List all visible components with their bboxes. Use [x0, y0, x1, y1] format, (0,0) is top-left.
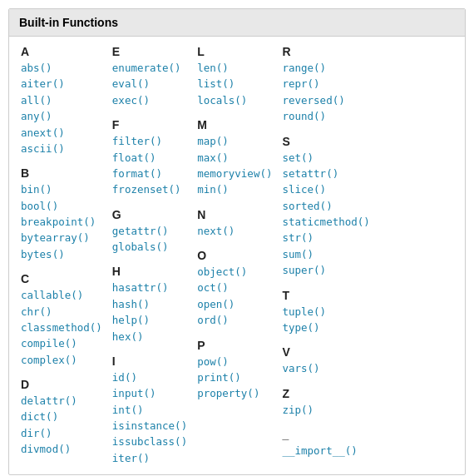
- function-link-compile[interactable]: compile(): [21, 335, 102, 351]
- function-link-globals[interactable]: globals(): [112, 239, 187, 255]
- letter-heading-F: F: [112, 118, 187, 131]
- function-link-bytearray[interactable]: bytearray(): [21, 230, 102, 245]
- function-link-iter[interactable]: iter(): [112, 450, 187, 466]
- function-link-ascii[interactable]: ascii(): [21, 141, 102, 156]
- letter-heading-P: P: [197, 339, 272, 352]
- function-link-hash[interactable]: hash(): [112, 296, 187, 312]
- function-link-super[interactable]: super(): [282, 262, 369, 278]
- letter-heading-Z: Z: [282, 387, 369, 400]
- function-link-ord[interactable]: ord(): [197, 312, 272, 328]
- function-link-bytes[interactable]: bytes(): [21, 246, 102, 262]
- built-in-functions-panel: Built-in Functions Aabs()aiter()all()any…: [8, 8, 466, 475]
- function-link-print[interactable]: print(): [197, 369, 272, 385]
- function-link-type[interactable]: type(): [282, 320, 369, 335]
- function-link-list[interactable]: list(): [197, 76, 272, 92]
- letter-heading-V: V: [282, 345, 369, 359]
- function-link-eval[interactable]: eval(): [112, 76, 187, 92]
- letter-heading-H: H: [112, 265, 187, 278]
- column-3: Llen()list()locals()Mmap()max()memoryvie…: [192, 45, 277, 466]
- function-link-reversed[interactable]: reversed(): [282, 92, 369, 108]
- function-link-zip[interactable]: zip(): [282, 402, 369, 418]
- letter-heading-R: R: [282, 45, 369, 58]
- function-link-all[interactable]: all(): [21, 92, 102, 108]
- function-link-round[interactable]: round(): [282, 108, 369, 124]
- functions-grid: Aabs()aiter()all()any()anext()ascii()Bbi…: [9, 37, 465, 474]
- function-link-hasattr[interactable]: hasattr(): [112, 280, 187, 295]
- letter-heading-C: C: [21, 272, 102, 285]
- function-link-property[interactable]: property(): [197, 385, 272, 401]
- letter-heading-I: I: [112, 355, 187, 368]
- letter-heading-L: L: [197, 45, 272, 58]
- function-link-sum[interactable]: sum(): [282, 246, 369, 262]
- function-link-__import__[interactable]: __import__(): [282, 443, 369, 459]
- function-link-bool[interactable]: bool(): [21, 198, 102, 214]
- function-link-min[interactable]: min(): [197, 181, 272, 197]
- function-link-anext[interactable]: anext(): [21, 125, 102, 141]
- letter-heading-N: N: [197, 208, 272, 221]
- function-link-classmethod[interactable]: classmethod(): [21, 320, 102, 335]
- function-link-divmod[interactable]: divmod(): [21, 441, 102, 457]
- function-link-breakpoint[interactable]: breakpoint(): [21, 214, 102, 230]
- function-link-abs[interactable]: abs(): [21, 60, 102, 76]
- function-link-max[interactable]: max(): [197, 150, 272, 166]
- function-link-format[interactable]: format(): [112, 166, 187, 181]
- function-link-next[interactable]: next(): [197, 223, 272, 239]
- function-link-exec[interactable]: exec(): [112, 92, 187, 108]
- function-link-locals[interactable]: locals(): [197, 92, 272, 108]
- function-link-oct[interactable]: oct(): [197, 280, 272, 295]
- letter-heading-T: T: [282, 289, 369, 302]
- function-link-object[interactable]: object(): [197, 264, 272, 280]
- function-link-tuple[interactable]: tuple(): [282, 304, 369, 320]
- function-link-set[interactable]: set(): [282, 150, 369, 166]
- function-link-id[interactable]: id(): [112, 369, 187, 385]
- function-link-getattr[interactable]: getattr(): [112, 223, 187, 239]
- function-link-float[interactable]: float(): [112, 150, 187, 166]
- function-link-open[interactable]: open(): [197, 296, 272, 312]
- function-link-enumerate[interactable]: enumerate(): [112, 60, 187, 76]
- function-link-chr[interactable]: chr(): [21, 304, 102, 320]
- function-link-pow[interactable]: pow(): [197, 354, 272, 369]
- letter-heading-D: D: [21, 378, 102, 391]
- function-link-frozenset[interactable]: frozenset(): [112, 181, 187, 197]
- function-link-repr[interactable]: repr(): [282, 76, 369, 92]
- function-link-setattr[interactable]: setattr(): [282, 166, 369, 181]
- letter-heading-O: O: [197, 249, 272, 262]
- function-link-delattr[interactable]: delattr(): [21, 393, 102, 409]
- function-link-len[interactable]: len(): [197, 60, 272, 76]
- column-2: Eenumerate()eval()exec()Ffilter()float()…: [107, 45, 192, 466]
- letter-heading-M: M: [197, 118, 272, 131]
- function-link-input[interactable]: input(): [112, 385, 187, 401]
- function-link-staticmethod[interactable]: staticmethod(): [282, 214, 369, 230]
- function-link-filter[interactable]: filter(): [112, 133, 187, 149]
- function-link-issubclass[interactable]: issubclass(): [112, 434, 187, 449]
- function-link-slice[interactable]: slice(): [282, 181, 369, 197]
- function-link-memoryview[interactable]: memoryview(): [197, 166, 272, 181]
- function-link-int[interactable]: int(): [112, 402, 187, 418]
- letter-heading-A: A: [21, 45, 102, 58]
- function-link-dict[interactable]: dict(): [21, 409, 102, 424]
- letter-heading-B: B: [21, 166, 102, 180]
- function-link-complex[interactable]: complex(): [21, 352, 102, 368]
- column-1: Aabs()aiter()all()any()anext()ascii()Bbi…: [16, 45, 107, 466]
- function-link-sorted[interactable]: sorted(): [282, 198, 369, 214]
- function-link-hex[interactable]: hex(): [112, 329, 187, 345]
- function-link-str[interactable]: str(): [282, 230, 369, 245]
- letter-heading-E: E: [112, 45, 187, 58]
- function-link-any[interactable]: any(): [21, 108, 102, 124]
- function-link-isinstance[interactable]: isinstance(): [112, 418, 187, 434]
- function-link-dir[interactable]: dir(): [21, 425, 102, 441]
- function-link-aiter[interactable]: aiter(): [21, 76, 102, 92]
- function-link-callable[interactable]: callable(): [21, 287, 102, 303]
- function-link-help[interactable]: help(): [112, 312, 187, 328]
- letter-heading-S: S: [282, 135, 369, 148]
- function-link-range[interactable]: range(): [282, 60, 369, 76]
- panel-title: Built-in Functions: [9, 9, 465, 37]
- function-link-map[interactable]: map(): [197, 133, 272, 149]
- letter-heading-_: _: [282, 428, 369, 441]
- letter-heading-G: G: [112, 208, 187, 221]
- function-link-vars[interactable]: vars(): [282, 360, 369, 376]
- function-link-bin[interactable]: bin(): [21, 181, 102, 197]
- column-4: Rrange()repr()reversed()round()Sset()set…: [277, 45, 374, 466]
